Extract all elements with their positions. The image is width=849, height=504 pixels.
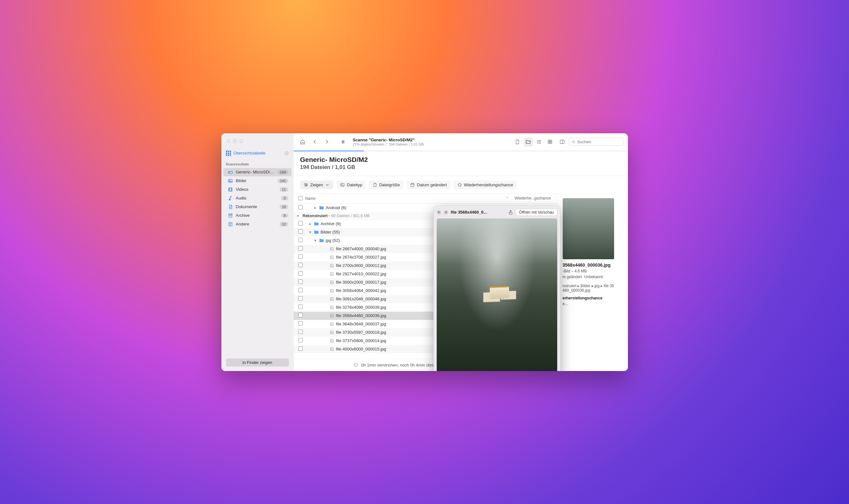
row-checkbox[interactable] bbox=[298, 263, 303, 267]
count-badge: 141 bbox=[278, 179, 288, 183]
row-checkbox[interactable] bbox=[298, 205, 303, 210]
spinner-icon bbox=[284, 151, 289, 156]
filter-date[interactable]: Datum geändert bbox=[407, 181, 450, 189]
search-field[interactable] bbox=[569, 138, 623, 146]
svg-rect-7 bbox=[228, 155, 229, 156]
close-popover-button[interactable]: ✕ bbox=[437, 210, 441, 215]
svg-point-39 bbox=[331, 265, 332, 265]
open-with-preview-button[interactable]: Öffnen mit Vorschau bbox=[516, 209, 557, 216]
minimize-window-button[interactable] bbox=[233, 139, 237, 143]
row-checkbox[interactable] bbox=[298, 221, 303, 226]
svg-point-27 bbox=[572, 140, 574, 142]
doc-icon bbox=[372, 182, 377, 187]
filter-chance[interactable]: Wiederherstellungschance bbox=[454, 181, 517, 189]
svg-point-59 bbox=[331, 348, 332, 349]
row-checkbox[interactable] bbox=[298, 271, 303, 276]
sidebar-item-label: Generic- MicroSD/... bbox=[236, 169, 275, 175]
row-checkbox[interactable] bbox=[298, 313, 303, 317]
svg-rect-8 bbox=[230, 155, 231, 156]
row-checkbox[interactable] bbox=[298, 254, 303, 259]
view-folder-button[interactable] bbox=[524, 138, 533, 146]
home-button[interactable] bbox=[298, 138, 307, 146]
svg-point-45 bbox=[331, 290, 332, 290]
view-doc-button[interactable] bbox=[513, 138, 522, 146]
film-icon bbox=[228, 187, 233, 192]
sidebar-item-archive[interactable]: Archive9 bbox=[223, 211, 291, 220]
sidebar-item-drive[interactable]: Generic- MicroSD/...194 bbox=[223, 168, 291, 176]
close-window-button[interactable] bbox=[227, 139, 230, 143]
row-checkbox[interactable] bbox=[298, 321, 303, 326]
image-file-icon bbox=[330, 322, 334, 326]
row-checkbox[interactable] bbox=[298, 305, 303, 309]
sidebar-item-music[interactable]: Audio3 bbox=[223, 194, 291, 202]
row-checkbox[interactable] bbox=[298, 346, 303, 351]
folder-icon bbox=[319, 205, 324, 211]
view-list-button[interactable] bbox=[535, 138, 544, 146]
sidebar-overview[interactable]: Übersichtstabelle bbox=[222, 148, 294, 161]
svg-rect-54 bbox=[330, 331, 333, 334]
svg-point-41 bbox=[331, 273, 332, 274]
folder-icon bbox=[314, 230, 319, 235]
svg-point-53 bbox=[331, 323, 332, 324]
show-in-finder-button[interactable]: In Finder zeigen bbox=[226, 359, 289, 366]
back-button[interactable] bbox=[311, 138, 319, 146]
svg-rect-0 bbox=[226, 151, 227, 152]
disclosure-closed-icon[interactable]: ▸ bbox=[314, 205, 318, 210]
search-input[interactable] bbox=[577, 139, 620, 144]
scan-subtitle: 21% abgeschlossen -" 194 Dateien / 1,01 … bbox=[353, 142, 424, 146]
svg-rect-25 bbox=[550, 142, 552, 144]
filter-filesize[interactable]: Dateigröße bbox=[369, 181, 403, 189]
image-file-icon bbox=[330, 339, 334, 343]
count-badge: 11 bbox=[280, 187, 288, 192]
popover-action-button[interactable]: ⦸ bbox=[444, 210, 448, 215]
details-filename: 3568x4460_000036.jpg bbox=[563, 263, 623, 268]
filter-show[interactable]: Zeigen bbox=[300, 181, 334, 189]
image-file-icon bbox=[330, 272, 334, 276]
forward-button[interactable] bbox=[323, 138, 332, 146]
row-checkbox[interactable] bbox=[298, 229, 303, 234]
row-checkbox[interactable] bbox=[298, 338, 303, 342]
disclosure-open-icon[interactable]: ▾ bbox=[297, 214, 301, 218]
doc-icon bbox=[228, 204, 233, 210]
zoom-window-button[interactable] bbox=[240, 139, 243, 143]
pause-button[interactable] bbox=[339, 138, 348, 146]
disclosure-open-icon[interactable]: ▾ bbox=[309, 230, 313, 234]
chevron-down-icon bbox=[325, 182, 330, 187]
popover-image bbox=[437, 218, 557, 371]
filter-filetype[interactable]: Dateityp bbox=[336, 181, 366, 189]
archive-icon bbox=[228, 213, 233, 218]
count-badge: 9 bbox=[281, 213, 288, 218]
svg-rect-44 bbox=[330, 289, 333, 292]
svg-point-47 bbox=[331, 298, 332, 299]
sidebar-item-other[interactable]: Andere12 bbox=[223, 220, 291, 228]
image-file-icon bbox=[330, 247, 334, 251]
row-checkbox[interactable] bbox=[298, 238, 303, 242]
svg-rect-3 bbox=[226, 152, 227, 154]
select-all-checkbox[interactable] bbox=[298, 196, 302, 200]
row-checkbox[interactable] bbox=[298, 288, 303, 292]
sidebar-item-picture[interactable]: Bilder141 bbox=[223, 177, 291, 185]
quicklook-popover[interactable]: ✕ ⦸ file 3568x4460_0... Öffnen mit Vorsc… bbox=[434, 205, 561, 371]
column-name[interactable]: Name⌃ bbox=[305, 194, 512, 203]
star-icon bbox=[457, 182, 462, 187]
details-panel: 3568x4460_000036.jpg -Bild – 4,6 MB m ge… bbox=[557, 194, 628, 371]
sidebar-item-film[interactable]: Videos11 bbox=[223, 185, 291, 194]
toggle-details-button[interactable] bbox=[558, 138, 567, 146]
svg-rect-40 bbox=[330, 272, 333, 275]
row-checkbox[interactable] bbox=[298, 296, 303, 301]
disclosure-open-icon[interactable]: ▾ bbox=[314, 238, 318, 243]
disclosure-closed-icon[interactable]: ▸ bbox=[309, 221, 313, 226]
svg-rect-52 bbox=[330, 323, 333, 325]
svg-rect-6 bbox=[226, 155, 227, 156]
view-grid-button[interactable] bbox=[546, 138, 555, 146]
sidebar-item-doc[interactable]: Dokumente18 bbox=[223, 203, 291, 211]
sidebar: Übersichtstabelle Scanresultate Generic-… bbox=[222, 133, 294, 371]
row-checkbox[interactable] bbox=[298, 246, 303, 251]
toolbar-title: Scanne "Generic- MicroSD/M2" 21% abgesch… bbox=[353, 138, 424, 146]
image-file-icon bbox=[330, 297, 334, 301]
sort-asc-icon: ⌃ bbox=[506, 196, 509, 201]
column-chance[interactable]: Wiederhe...gschance bbox=[512, 194, 557, 203]
share-icon[interactable] bbox=[508, 210, 513, 215]
row-checkbox[interactable] bbox=[298, 280, 303, 284]
row-checkbox[interactable] bbox=[298, 329, 303, 334]
